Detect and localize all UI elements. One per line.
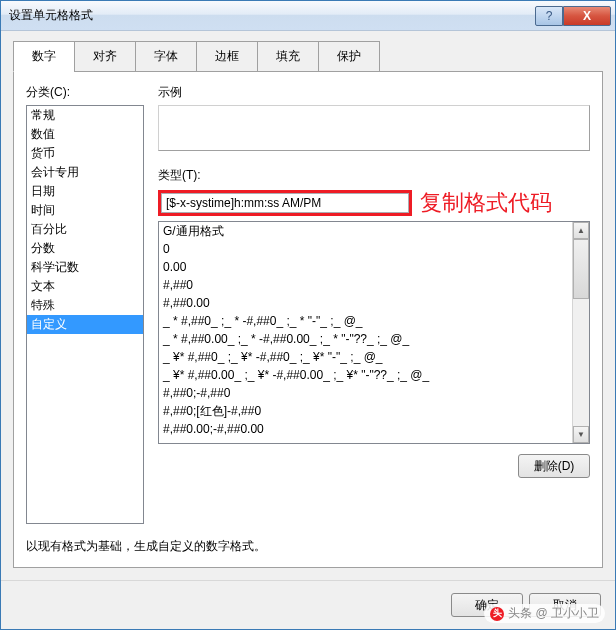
scroll-down-icon[interactable]: ▼ (573, 426, 589, 443)
panel-body: 分类(C): 常规 数值 货币 会计专用 日期 时间 百分比 分数 科学记数 文… (26, 84, 590, 524)
scrollbar[interactable]: ▲ ▼ (572, 222, 589, 443)
delete-row: 删除(D) (158, 454, 590, 478)
tab-font[interactable]: 字体 (135, 41, 197, 72)
type-input-row: 复制格式代码 (158, 188, 590, 218)
tab-alignment[interactable]: 对齐 (74, 41, 136, 72)
annotation-text: 复制格式代码 (420, 188, 552, 218)
format-cells-dialog: 设置单元格格式 ? X 数字 对齐 字体 边框 填充 保护 分类(C): 常规 … (0, 0, 616, 630)
category-item[interactable]: 货币 (27, 144, 143, 163)
type-list-item[interactable]: 0 (159, 240, 589, 258)
category-item[interactable]: 科学记数 (27, 258, 143, 277)
type-list-item[interactable]: _ * #,##0_ ;_ * -#,##0_ ;_ * "-"_ ;_ @_ (159, 312, 589, 330)
example-label: 示例 (158, 84, 590, 101)
tab-number[interactable]: 数字 (13, 41, 75, 72)
help-button[interactable]: ? (535, 6, 563, 26)
category-item[interactable]: 时间 (27, 201, 143, 220)
type-list-item[interactable]: #,##0;[红色]-#,##0 (159, 402, 589, 420)
titlebar-buttons: ? X (535, 6, 611, 26)
type-input[interactable] (161, 193, 409, 213)
type-list-item[interactable]: #,##0 (159, 276, 589, 294)
type-label: 类型(T): (158, 167, 590, 184)
watermark-icon: 头 (490, 607, 504, 621)
dialog-footer: 确定 取消 头 头条 @ 卫小小卫 (1, 580, 615, 629)
window-title: 设置单元格格式 (9, 7, 535, 24)
type-list-item[interactable]: #,##0;-#,##0 (159, 384, 589, 402)
scroll-up-icon[interactable]: ▲ (573, 222, 589, 239)
category-item[interactable]: 分数 (27, 239, 143, 258)
titlebar: 设置单元格格式 ? X (1, 1, 615, 31)
type-list[interactable]: G/通用格式 0 0.00 #,##0 #,##0.00 _ * #,##0_ … (158, 221, 590, 444)
category-item[interactable]: 文本 (27, 277, 143, 296)
category-item[interactable]: 数值 (27, 125, 143, 144)
tab-fill[interactable]: 填充 (257, 41, 319, 72)
dialog-content: 数字 对齐 字体 边框 填充 保护 分类(C): 常规 数值 货币 会计专用 日… (1, 31, 615, 580)
close-button[interactable]: X (563, 6, 611, 26)
type-input-highlight (158, 190, 412, 216)
watermark: 头 头条 @ 卫小小卫 (484, 604, 605, 623)
tab-border[interactable]: 边框 (196, 41, 258, 72)
delete-button[interactable]: 删除(D) (518, 454, 590, 478)
type-list-item[interactable]: _ ¥* #,##0.00_ ;_ ¥* -#,##0.00_ ;_ ¥* "-… (159, 366, 589, 384)
tab-strip: 数字 对齐 字体 边框 填充 保护 (13, 41, 603, 72)
type-list-item[interactable]: #,##0.00 (159, 294, 589, 312)
category-item[interactable]: 特殊 (27, 296, 143, 315)
type-list-item[interactable]: 0.00 (159, 258, 589, 276)
type-list-item[interactable]: #,##0.00;-#,##0.00 (159, 420, 589, 438)
category-list[interactable]: 常规 数值 货币 会计专用 日期 时间 百分比 分数 科学记数 文本 特殊 自定… (26, 105, 144, 524)
category-label: 分类(C): (26, 84, 144, 101)
scroll-thumb[interactable] (573, 239, 589, 299)
example-box (158, 105, 590, 151)
watermark-text: 头条 @ 卫小小卫 (508, 605, 599, 622)
detail-column: 示例 类型(T): 复制格式代码 G/通用格式 0 0.00 (158, 84, 590, 524)
category-item[interactable]: 会计专用 (27, 163, 143, 182)
type-list-item[interactable]: _ * #,##0.00_ ;_ * -#,##0.00_ ;_ * "-"??… (159, 330, 589, 348)
type-list-item[interactable]: G/通用格式 (159, 222, 589, 240)
number-panel: 分类(C): 常规 数值 货币 会计专用 日期 时间 百分比 分数 科学记数 文… (13, 71, 603, 568)
category-item[interactable]: 日期 (27, 182, 143, 201)
description-text: 以现有格式为基础，生成自定义的数字格式。 (26, 538, 590, 555)
category-item[interactable]: 百分比 (27, 220, 143, 239)
category-column: 分类(C): 常规 数值 货币 会计专用 日期 时间 百分比 分数 科学记数 文… (26, 84, 144, 524)
category-item-custom[interactable]: 自定义 (27, 315, 143, 334)
tab-protection[interactable]: 保护 (318, 41, 380, 72)
category-item[interactable]: 常规 (27, 106, 143, 125)
type-list-item[interactable]: _ ¥* #,##0_ ;_ ¥* -#,##0_ ;_ ¥* "-"_ ;_ … (159, 348, 589, 366)
